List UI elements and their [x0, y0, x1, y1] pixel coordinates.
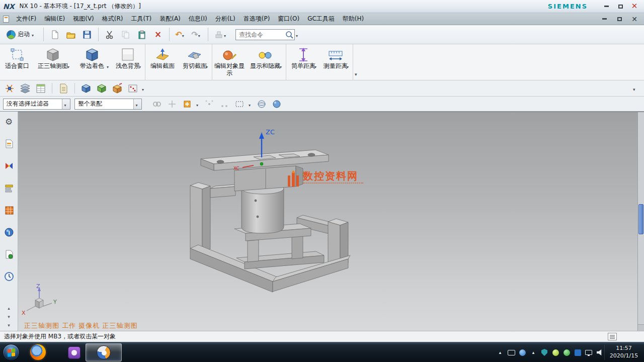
- toolbar-overflow-button[interactable]: [633, 83, 637, 93]
- layers-button[interactable]: [19, 82, 32, 95]
- child-restore-button[interactable]: [615, 15, 624, 23]
- new-file-button[interactable]: [48, 28, 62, 42]
- copy-button[interactable]: [119, 28, 133, 42]
- sidebar-item-roles[interactable]: [2, 115, 16, 129]
- menu-item-gc-toolbox[interactable]: GC工具箱: [303, 13, 339, 25]
- sidebar-overflow-button[interactable]: ▾: [8, 323, 10, 328]
- sidebar-item-reuse-library[interactable]: [2, 203, 16, 217]
- maximize-button[interactable]: [616, 3, 625, 11]
- security-shield-icon[interactable]: [540, 348, 548, 356]
- chevron-down-icon[interactable]: [133, 99, 141, 109]
- chevron-down-icon[interactable]: [62, 99, 70, 109]
- toolbar-button-light-background[interactable]: 浅色背景: [112, 44, 144, 80]
- menu-item-edit[interactable]: 编辑(E): [40, 13, 69, 25]
- chevron-down-icon[interactable]: [107, 61, 111, 70]
- toolbar-button-trimetric-view[interactable]: 正三轴测图: [33, 44, 72, 80]
- toolbar-button-clip-section[interactable]: 剪切截面: [179, 44, 211, 80]
- wireframe-sphere-button[interactable]: [256, 98, 268, 110]
- chain-link-button[interactable]: [151, 98, 163, 110]
- bluetooth-tray-icon[interactable]: [518, 348, 526, 356]
- assembly-constraints-button[interactable]: [3, 82, 16, 95]
- delete-button[interactable]: ×: [151, 28, 165, 42]
- menu-item-assemblies[interactable]: 装配(A): [155, 13, 185, 25]
- cad-model-canvas[interactable]: ZC XC Z X: [18, 112, 644, 331]
- exploded-view-button[interactable]: [111, 82, 124, 95]
- toolbar-button-edit-section[interactable]: 编辑截面: [146, 44, 179, 80]
- redo-button[interactable]: ↷: [190, 28, 204, 42]
- taskbar-nx-button[interactable]: [86, 343, 122, 361]
- selection-grid-button[interactable]: [126, 82, 139, 95]
- sidebar-scroll-down-button[interactable]: ▾: [8, 315, 10, 319]
- taskbar-app-button[interactable]: [68, 346, 80, 359]
- chevron-down-icon[interactable]: [249, 99, 253, 109]
- menu-item-file[interactable]: 文件(F): [12, 13, 40, 25]
- sidebar-item-part-navigator[interactable]: [2, 137, 16, 151]
- child-close-button[interactable]: ✕: [630, 15, 639, 23]
- sidebar-item-assembly-navigator[interactable]: [2, 181, 16, 195]
- toolbar-button-shaded-with-edges[interactable]: 带边着色: [72, 44, 112, 80]
- assembly-component-button[interactable]: [95, 82, 108, 95]
- toolbar-button-simple-distance[interactable]: 简单距离: [287, 44, 319, 80]
- chevron-down-icon[interactable]: [196, 99, 200, 109]
- toolbar-button-edit-object-display[interactable]: 编辑对象显示: [213, 44, 246, 80]
- minimize-button[interactable]: [602, 3, 611, 11]
- marquee-select-button[interactable]: [233, 98, 246, 110]
- chevron-down-icon[interactable]: [139, 61, 143, 70]
- child-minimize-button[interactable]: [600, 15, 609, 23]
- chevron-down-icon[interactable]: [206, 61, 210, 70]
- toolbar-button-measure-distance[interactable]: 测量距离: [319, 44, 352, 80]
- toolbar-overflow-button[interactable]: [355, 68, 357, 78]
- update-tray-icon[interactable]: [551, 348, 559, 356]
- snap-point-button[interactable]: [166, 98, 178, 110]
- volume-tray-icon[interactable]: [596, 348, 604, 356]
- menu-item-analysis[interactable]: 分析(L): [211, 13, 239, 25]
- point-constructor-button[interactable]: [181, 98, 193, 110]
- chevron-down-icon[interactable]: [314, 61, 318, 70]
- start-orb-button[interactable]: [3, 344, 20, 361]
- menu-item-help[interactable]: 帮助(H): [339, 13, 368, 25]
- taskbar-firefox-button[interactable]: [30, 344, 46, 360]
- toolbar-button-fit-window[interactable]: 适合窗口: [1, 44, 33, 80]
- menu-item-preferences[interactable]: 首选项(P): [239, 13, 274, 25]
- chevron-down-icon[interactable]: [347, 61, 351, 70]
- repeat-command-button[interactable]: [212, 28, 229, 42]
- graphics-viewport[interactable]: ZC XC Z X: [18, 112, 644, 331]
- sidebar-item-hd3d-tools[interactable]: i: [2, 225, 16, 239]
- toolbar-button-show-and-hide[interactable]: 显示和隐藏: [246, 44, 285, 80]
- keyboard-tray-icon[interactable]: [507, 348, 515, 356]
- menu-item-information[interactable]: 信息(I): [185, 13, 211, 25]
- menu-item-window[interactable]: 窗口(O): [274, 13, 303, 25]
- undo-button[interactable]: ↶: [174, 28, 188, 42]
- sidebar-item-constraint-navigator[interactable]: [2, 159, 16, 173]
- chevron-down-icon[interactable]: [296, 30, 300, 39]
- selection-filter-combo[interactable]: 没有选择过滤器: [3, 99, 70, 110]
- network-tray-icon[interactable]: [585, 348, 593, 356]
- move-component-button[interactable]: [79, 82, 93, 95]
- menu-item-tools[interactable]: 工具(T): [127, 13, 156, 25]
- chevron-down-icon[interactable]: [142, 83, 146, 93]
- search-icon[interactable]: [285, 30, 294, 39]
- paste-button[interactable]: [135, 28, 149, 42]
- ime-tray-icon[interactable]: [574, 348, 582, 356]
- hidden-icons-chevron[interactable]: [496, 348, 504, 356]
- start-menu-button[interactable]: 启动: [3, 28, 39, 42]
- sidebar-scroll-up-button[interactable]: ▴: [8, 306, 10, 311]
- chevron-down-icon[interactable]: [67, 61, 71, 70]
- close-button[interactable]: ✕: [630, 3, 639, 11]
- antivirus-tray-icon[interactable]: [562, 348, 571, 356]
- menu-item-format[interactable]: 格式(R): [98, 13, 127, 25]
- document-icon[interactable]: [3, 16, 9, 23]
- chevron-down-icon[interactable]: [280, 61, 284, 70]
- menu-item-view[interactable]: 视图(V): [69, 13, 98, 25]
- scrollbar-thumb[interactable]: [638, 204, 643, 234]
- selection-scope-combo[interactable]: 整个装配: [74, 99, 142, 110]
- sidebar-item-history[interactable]: [2, 269, 16, 284]
- status-page-icon[interactable]: [608, 333, 617, 340]
- shaded-sphere-button[interactable]: [271, 98, 283, 110]
- vertical-scrollbar[interactable]: [637, 112, 644, 331]
- open-file-button[interactable]: [64, 28, 78, 42]
- grid-snap-button[interactable]: [218, 98, 230, 110]
- sidebar-item-internet[interactable]: [2, 247, 16, 261]
- cut-button[interactable]: [103, 28, 117, 42]
- tray-expand-chevron[interactable]: [529, 348, 537, 356]
